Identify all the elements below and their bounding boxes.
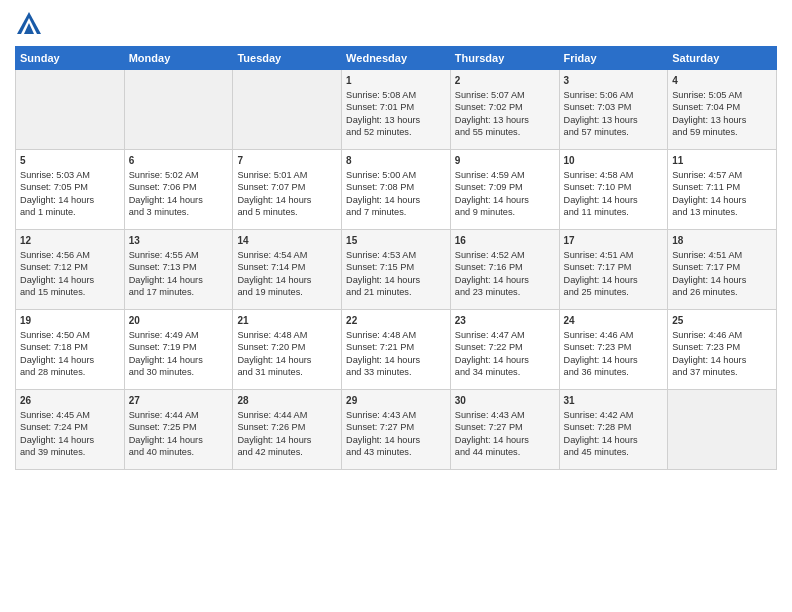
calendar-cell: 27Sunrise: 4:44 AM Sunset: 7:25 PM Dayli… — [124, 390, 233, 470]
column-header-friday: Friday — [559, 47, 668, 70]
calendar-cell: 17Sunrise: 4:51 AM Sunset: 7:17 PM Dayli… — [559, 230, 668, 310]
column-header-tuesday: Tuesday — [233, 47, 342, 70]
day-info: Sunrise: 4:46 AM Sunset: 7:23 PM Dayligh… — [564, 329, 664, 379]
day-info: Sunrise: 4:54 AM Sunset: 7:14 PM Dayligh… — [237, 249, 337, 299]
day-info: Sunrise: 5:01 AM Sunset: 7:07 PM Dayligh… — [237, 169, 337, 219]
calendar-cell: 11Sunrise: 4:57 AM Sunset: 7:11 PM Dayli… — [668, 150, 777, 230]
day-number: 3 — [564, 74, 664, 88]
logo — [15, 10, 47, 38]
day-number: 25 — [672, 314, 772, 328]
day-info: Sunrise: 4:46 AM Sunset: 7:23 PM Dayligh… — [672, 329, 772, 379]
day-info: Sunrise: 5:06 AM Sunset: 7:03 PM Dayligh… — [564, 89, 664, 139]
day-number: 20 — [129, 314, 229, 328]
calendar-cell: 3Sunrise: 5:06 AM Sunset: 7:03 PM Daylig… — [559, 70, 668, 150]
day-info: Sunrise: 5:02 AM Sunset: 7:06 PM Dayligh… — [129, 169, 229, 219]
day-number: 13 — [129, 234, 229, 248]
day-number: 8 — [346, 154, 446, 168]
calendar-cell: 25Sunrise: 4:46 AM Sunset: 7:23 PM Dayli… — [668, 310, 777, 390]
calendar-cell: 26Sunrise: 4:45 AM Sunset: 7:24 PM Dayli… — [16, 390, 125, 470]
calendar-cell: 20Sunrise: 4:49 AM Sunset: 7:19 PM Dayli… — [124, 310, 233, 390]
calendar-cell: 7Sunrise: 5:01 AM Sunset: 7:07 PM Daylig… — [233, 150, 342, 230]
calendar-cell: 30Sunrise: 4:43 AM Sunset: 7:27 PM Dayli… — [450, 390, 559, 470]
day-info: Sunrise: 4:47 AM Sunset: 7:22 PM Dayligh… — [455, 329, 555, 379]
calendar-cell: 5Sunrise: 5:03 AM Sunset: 7:05 PM Daylig… — [16, 150, 125, 230]
calendar-cell: 9Sunrise: 4:59 AM Sunset: 7:09 PM Daylig… — [450, 150, 559, 230]
week-row-5: 26Sunrise: 4:45 AM Sunset: 7:24 PM Dayli… — [16, 390, 777, 470]
week-row-3: 12Sunrise: 4:56 AM Sunset: 7:12 PM Dayli… — [16, 230, 777, 310]
calendar-cell: 14Sunrise: 4:54 AM Sunset: 7:14 PM Dayli… — [233, 230, 342, 310]
calendar-cell — [124, 70, 233, 150]
calendar-cell: 8Sunrise: 5:00 AM Sunset: 7:08 PM Daylig… — [342, 150, 451, 230]
day-number: 2 — [455, 74, 555, 88]
day-number: 9 — [455, 154, 555, 168]
day-number: 10 — [564, 154, 664, 168]
calendar-header-row: SundayMondayTuesdayWednesdayThursdayFrid… — [16, 47, 777, 70]
day-info: Sunrise: 4:51 AM Sunset: 7:17 PM Dayligh… — [672, 249, 772, 299]
day-info: Sunrise: 4:50 AM Sunset: 7:18 PM Dayligh… — [20, 329, 120, 379]
day-info: Sunrise: 4:59 AM Sunset: 7:09 PM Dayligh… — [455, 169, 555, 219]
day-info: Sunrise: 4:42 AM Sunset: 7:28 PM Dayligh… — [564, 409, 664, 459]
day-info: Sunrise: 4:49 AM Sunset: 7:19 PM Dayligh… — [129, 329, 229, 379]
calendar-cell: 13Sunrise: 4:55 AM Sunset: 7:13 PM Dayli… — [124, 230, 233, 310]
day-number: 18 — [672, 234, 772, 248]
day-number: 28 — [237, 394, 337, 408]
calendar-cell: 2Sunrise: 5:07 AM Sunset: 7:02 PM Daylig… — [450, 70, 559, 150]
day-number: 30 — [455, 394, 555, 408]
column-header-thursday: Thursday — [450, 47, 559, 70]
calendar-cell: 24Sunrise: 4:46 AM Sunset: 7:23 PM Dayli… — [559, 310, 668, 390]
calendar-cell — [233, 70, 342, 150]
day-info: Sunrise: 4:43 AM Sunset: 7:27 PM Dayligh… — [346, 409, 446, 459]
day-number: 17 — [564, 234, 664, 248]
calendar-page: SundayMondayTuesdayWednesdayThursdayFrid… — [0, 0, 792, 612]
calendar-cell: 28Sunrise: 4:44 AM Sunset: 7:26 PM Dayli… — [233, 390, 342, 470]
calendar-cell — [16, 70, 125, 150]
calendar-cell: 22Sunrise: 4:48 AM Sunset: 7:21 PM Dayli… — [342, 310, 451, 390]
day-number: 5 — [20, 154, 120, 168]
day-info: Sunrise: 5:07 AM Sunset: 7:02 PM Dayligh… — [455, 89, 555, 139]
day-number: 4 — [672, 74, 772, 88]
day-number: 1 — [346, 74, 446, 88]
day-number: 22 — [346, 314, 446, 328]
day-number: 7 — [237, 154, 337, 168]
day-number: 26 — [20, 394, 120, 408]
day-number: 23 — [455, 314, 555, 328]
day-info: Sunrise: 4:43 AM Sunset: 7:27 PM Dayligh… — [455, 409, 555, 459]
calendar-cell: 6Sunrise: 5:02 AM Sunset: 7:06 PM Daylig… — [124, 150, 233, 230]
day-number: 6 — [129, 154, 229, 168]
column-header-wednesday: Wednesday — [342, 47, 451, 70]
week-row-2: 5Sunrise: 5:03 AM Sunset: 7:05 PM Daylig… — [16, 150, 777, 230]
day-number: 15 — [346, 234, 446, 248]
calendar-cell: 16Sunrise: 4:52 AM Sunset: 7:16 PM Dayli… — [450, 230, 559, 310]
day-info: Sunrise: 4:55 AM Sunset: 7:13 PM Dayligh… — [129, 249, 229, 299]
day-info: Sunrise: 5:00 AM Sunset: 7:08 PM Dayligh… — [346, 169, 446, 219]
calendar-cell: 15Sunrise: 4:53 AM Sunset: 7:15 PM Dayli… — [342, 230, 451, 310]
day-number: 24 — [564, 314, 664, 328]
calendar-cell: 19Sunrise: 4:50 AM Sunset: 7:18 PM Dayli… — [16, 310, 125, 390]
day-number: 31 — [564, 394, 664, 408]
header — [15, 10, 777, 38]
calendar-cell: 4Sunrise: 5:05 AM Sunset: 7:04 PM Daylig… — [668, 70, 777, 150]
day-info: Sunrise: 4:56 AM Sunset: 7:12 PM Dayligh… — [20, 249, 120, 299]
column-header-saturday: Saturday — [668, 47, 777, 70]
calendar-cell: 10Sunrise: 4:58 AM Sunset: 7:10 PM Dayli… — [559, 150, 668, 230]
day-number: 19 — [20, 314, 120, 328]
day-info: Sunrise: 4:48 AM Sunset: 7:20 PM Dayligh… — [237, 329, 337, 379]
calendar-body: 1Sunrise: 5:08 AM Sunset: 7:01 PM Daylig… — [16, 70, 777, 470]
calendar-cell: 1Sunrise: 5:08 AM Sunset: 7:01 PM Daylig… — [342, 70, 451, 150]
day-number: 14 — [237, 234, 337, 248]
day-number: 29 — [346, 394, 446, 408]
day-info: Sunrise: 5:05 AM Sunset: 7:04 PM Dayligh… — [672, 89, 772, 139]
day-number: 21 — [237, 314, 337, 328]
day-info: Sunrise: 4:44 AM Sunset: 7:25 PM Dayligh… — [129, 409, 229, 459]
week-row-1: 1Sunrise: 5:08 AM Sunset: 7:01 PM Daylig… — [16, 70, 777, 150]
calendar-cell: 12Sunrise: 4:56 AM Sunset: 7:12 PM Dayli… — [16, 230, 125, 310]
column-header-monday: Monday — [124, 47, 233, 70]
day-number: 16 — [455, 234, 555, 248]
day-info: Sunrise: 4:48 AM Sunset: 7:21 PM Dayligh… — [346, 329, 446, 379]
day-number: 11 — [672, 154, 772, 168]
day-info: Sunrise: 4:44 AM Sunset: 7:26 PM Dayligh… — [237, 409, 337, 459]
calendar-table: SundayMondayTuesdayWednesdayThursdayFrid… — [15, 46, 777, 470]
day-info: Sunrise: 5:08 AM Sunset: 7:01 PM Dayligh… — [346, 89, 446, 139]
day-info: Sunrise: 4:51 AM Sunset: 7:17 PM Dayligh… — [564, 249, 664, 299]
calendar-cell: 23Sunrise: 4:47 AM Sunset: 7:22 PM Dayli… — [450, 310, 559, 390]
